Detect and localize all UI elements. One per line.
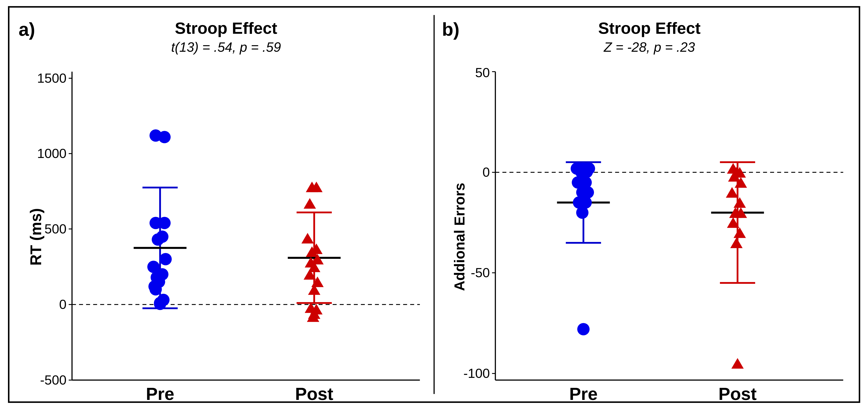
panel-a-y-label: RT (ms) — [28, 208, 44, 266]
svg-text:-100: -100 — [463, 366, 490, 381]
panel-a-title: Stroop Effect — [28, 19, 424, 38]
panel-b-chart: Addional Errors 50 0 -50 -100 — [451, 60, 848, 409]
svg-point-77 — [582, 186, 594, 199]
panel-a: a) Stroop Effect t(13) = .54, p = .59 RT… — [13, 15, 432, 394]
svg-marker-96 — [734, 228, 746, 238]
svg-marker-97 — [730, 237, 743, 248]
panel-b-x-post: Post — [718, 384, 756, 404]
svg-text:50: 50 — [475, 65, 490, 80]
panel-b-stat: Z = -28, p = .23 — [451, 39, 848, 55]
svg-text:1500: 1500 — [37, 70, 66, 85]
panel-b: b) Stroop Effect Z = -28, p = .23 Addion… — [436, 15, 855, 394]
svg-text:-500: -500 — [40, 373, 66, 387]
svg-text:0: 0 — [59, 297, 66, 312]
svg-point-20 — [156, 230, 168, 243]
svg-point-31 — [158, 131, 170, 143]
panel-b-title: Stroop Effect — [451, 19, 848, 38]
svg-text:0: 0 — [483, 165, 490, 179]
panel-b-y-label: Addional Errors — [452, 183, 467, 291]
svg-marker-91 — [726, 187, 738, 198]
panel-divider — [434, 15, 435, 394]
svg-point-81 — [577, 323, 590, 335]
outer-container: a) Stroop Effect t(13) = .54, p = .59 RT… — [8, 6, 860, 403]
svg-text:-50: -50 — [471, 265, 490, 280]
svg-point-73 — [575, 166, 587, 178]
panel-a-stat: t(13) = .54, p = .59 — [28, 39, 424, 55]
panel-a-x-pre: Pre — [146, 384, 174, 404]
svg-marker-92 — [734, 197, 746, 208]
svg-marker-39 — [304, 198, 316, 209]
panel-a-label: a) — [19, 19, 35, 40]
panel-b-x-pre: Pre — [569, 384, 597, 404]
panel-b-label: b) — [442, 19, 460, 40]
panel-b-svg: Addional Errors 50 0 -50 -100 — [451, 60, 848, 409]
svg-text:1000: 1000 — [37, 146, 66, 161]
svg-point-18 — [158, 217, 170, 229]
svg-point-32 — [154, 298, 166, 310]
panel-a-chart: RT (ms) 1500 1000 500 0 — [28, 60, 424, 409]
svg-point-25 — [159, 253, 172, 265]
svg-text:500: 500 — [44, 222, 66, 236]
svg-marker-40 — [301, 233, 314, 243]
svg-point-80 — [576, 207, 588, 219]
svg-marker-98 — [731, 358, 744, 369]
svg-point-29 — [149, 283, 162, 295]
panel-a-x-post: Post — [295, 384, 333, 404]
panel-a-svg: RT (ms) 1500 1000 500 0 — [28, 60, 424, 409]
